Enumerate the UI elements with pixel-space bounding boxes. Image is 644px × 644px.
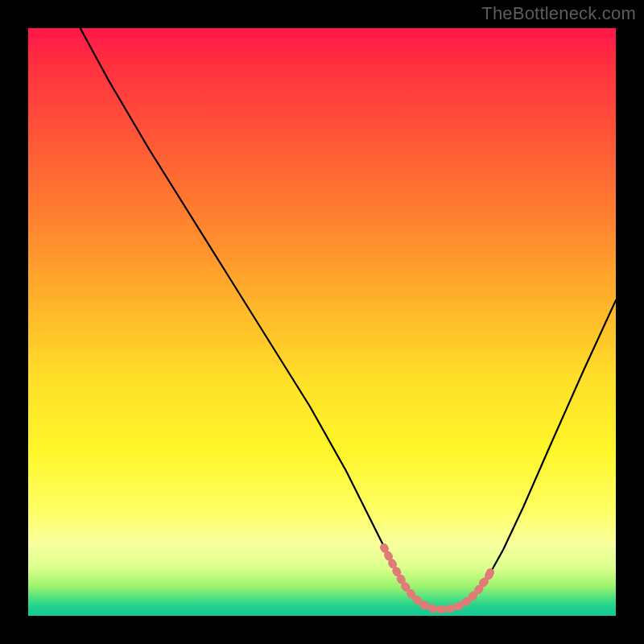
curve-svg (28, 28, 616, 616)
highlight-dot (479, 579, 487, 587)
bottleneck-curve (78, 24, 616, 609)
watermark-text: TheBottleneck.com (481, 3, 636, 24)
highlight-segment (384, 547, 492, 609)
chart-frame: TheBottleneck.com (0, 0, 644, 644)
plot-area (28, 28, 616, 616)
highlight-dot (486, 568, 494, 576)
